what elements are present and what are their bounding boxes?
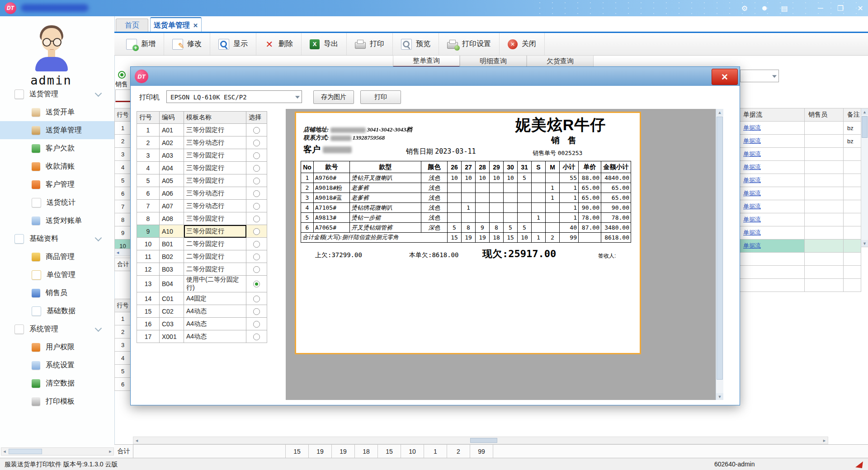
- template-select-radio[interactable]: [253, 178, 260, 184]
- template-name[interactable]: 三等分固定行: [184, 149, 246, 162]
- table-row[interactable]: 单据流: [740, 226, 861, 240]
- column-header-docflow[interactable]: 单据流: [740, 108, 805, 122]
- docflow-link[interactable]: 单据流: [743, 242, 761, 249]
- user-icon[interactable]: ☻: [760, 4, 769, 12]
- row-number-cell[interactable]: 1: [114, 122, 131, 135]
- docflow-link[interactable]: 单据流: [743, 164, 761, 170]
- template-name[interactable]: 三等分固定行: [184, 174, 246, 187]
- template-row[interactable]: 15 C02 A4动态: [137, 305, 267, 318]
- template-select-radio[interactable]: [253, 216, 260, 222]
- printer-select[interactable]: EPSON LQ-610K ESC/P2: [166, 90, 302, 103]
- sales-radio-button[interactable]: [118, 71, 126, 79]
- toolbar-button[interactable]: 删除: [256, 33, 302, 55]
- template-select-radio[interactable]: [253, 203, 260, 210]
- docflow-link[interactable]: 单据流: [743, 216, 761, 223]
- template-name[interactable]: A4固定: [184, 292, 246, 305]
- scroll-down-icon[interactable]: ▼: [861, 240, 868, 247]
- template-row[interactable]: 7 A07 三等分动态行: [137, 200, 267, 212]
- close-button[interactable]: ✕: [855, 4, 865, 13]
- template-select-radio[interactable]: [253, 321, 260, 328]
- row-number-cell[interactable]: 1: [114, 312, 131, 325]
- print-button[interactable]: 打印: [360, 90, 401, 104]
- template-row[interactable]: 6 A06 三等分动态行: [137, 187, 267, 200]
- scroll-right-icon[interactable]: ►: [822, 438, 826, 443]
- grid-horizontal-scrollbar[interactable]: ◄ ►: [133, 437, 828, 444]
- toolbar-button[interactable]: 导出: [302, 33, 347, 55]
- table-row[interactable]: [740, 279, 861, 292]
- subtab[interactable]: 明细查询: [460, 55, 527, 67]
- template-row[interactable]: 17 X001 A4动态: [137, 330, 267, 343]
- template-select-radio[interactable]: [253, 266, 260, 273]
- sidebar-item[interactable]: 送货管理: [0, 85, 114, 103]
- template-row[interactable]: 1 A01 三等分固定行: [137, 124, 267, 136]
- template-row[interactable]: 5 A05 三等分固定行: [137, 174, 267, 187]
- filter-dropdown[interactable]: [740, 70, 779, 82]
- scroll-up-icon[interactable]: ▲: [861, 108, 868, 115]
- template-row[interactable]: 10 B01 二等分固定行: [137, 238, 267, 250]
- template-name[interactable]: A4动态: [184, 305, 246, 318]
- scrollbar-thumb[interactable]: [470, 438, 497, 443]
- sidebar-item[interactable]: 送货单管理: [0, 121, 114, 139]
- docflow-link[interactable]: 单据流: [743, 203, 761, 210]
- sidebar-item[interactable]: 打印模板: [0, 392, 114, 410]
- template-select-radio[interactable]: [253, 165, 260, 172]
- template-name[interactable]: A4动态: [184, 330, 246, 343]
- template-row[interactable]: 11 B02 二等分固定行: [137, 250, 267, 263]
- template-select-radio[interactable]: [253, 308, 260, 315]
- docflow-link[interactable]: 单据流: [743, 150, 761, 157]
- template-select-radio[interactable]: [253, 334, 260, 340]
- settings-icon[interactable]: ⚙: [740, 4, 750, 13]
- row-number-cell[interactable]: 3: [114, 338, 131, 352]
- docflow-link[interactable]: 单据流: [743, 190, 761, 197]
- subtab[interactable]: 欠货查询: [527, 55, 594, 67]
- dialog-close-button[interactable]: ✕: [712, 69, 738, 85]
- template-select-radio[interactable]: [253, 228, 260, 235]
- sidebar-item[interactable]: 送货统计: [0, 193, 114, 212]
- row-number-cell[interactable]: 5: [114, 365, 131, 378]
- template-name[interactable]: 使用中(二等分固定行): [184, 276, 246, 292]
- table-row[interactable]: 单据流: [740, 200, 861, 213]
- table-row[interactable]: 单据流: [740, 240, 861, 253]
- row-number-cell[interactable]: 6: [114, 187, 131, 200]
- dialog-titlebar[interactable]: DT ✕: [131, 67, 740, 86]
- template-select-radio[interactable]: [253, 152, 260, 159]
- sidebar-item[interactable]: 清空数据: [0, 374, 114, 392]
- sidebar-item[interactable]: 系统管理: [0, 320, 114, 338]
- docflow-link[interactable]: 单据流: [743, 229, 761, 236]
- sidebar-item[interactable]: 基础资料: [0, 230, 114, 248]
- template-select-radio[interactable]: [253, 281, 260, 287]
- row-number-cell[interactable]: 3: [114, 148, 131, 161]
- row-number-cell[interactable]: 8: [114, 213, 131, 226]
- template-row[interactable]: 3 A03 三等分固定行: [137, 149, 267, 162]
- template-row[interactable]: 13 B04 使用中(二等分固定行): [137, 276, 267, 292]
- table-row[interactable]: 单据流 bz: [740, 135, 861, 148]
- scrollbar-thumb[interactable]: [862, 116, 868, 138]
- table-row[interactable]: 单据流: [740, 148, 861, 161]
- template-row[interactable]: 12 B03 二等分固定行: [137, 263, 267, 276]
- table-row[interactable]: [740, 266, 861, 279]
- subtab[interactable]: 整单查询: [393, 55, 460, 67]
- sidebar-item[interactable]: 销售员: [0, 284, 114, 302]
- table-row[interactable]: 单据流: [740, 213, 861, 226]
- scroll-right-icon[interactable]: ►: [107, 449, 113, 454]
- row-number-cell[interactable]: 4: [114, 352, 131, 365]
- template-select-radio[interactable]: [253, 140, 260, 146]
- sidebar-item[interactable]: 客户管理: [0, 175, 114, 193]
- sidebar-item[interactable]: 收款清账: [0, 157, 114, 175]
- template-select-radio[interactable]: [253, 127, 260, 134]
- template-name[interactable]: 三等分固定行: [184, 124, 246, 136]
- sidebar-item[interactable]: 送货开单: [0, 103, 114, 121]
- sidebar-item[interactable]: 客户欠款: [0, 139, 114, 157]
- sidebar-item[interactable]: 用户权限: [0, 338, 114, 356]
- row-number-cell[interactable]: 2: [114, 135, 131, 148]
- maximize-button[interactable]: ❐: [835, 4, 845, 13]
- template-name[interactable]: 三等分固定行: [184, 225, 246, 238]
- sidebar-item[interactable]: 商品管理: [0, 248, 114, 266]
- template-row[interactable]: 2 A02 三等分动态行: [137, 136, 267, 149]
- template-name[interactable]: 三等分动态行: [184, 136, 246, 149]
- toolbar-button[interactable]: 打印: [347, 33, 393, 55]
- docflow-link[interactable]: 单据流: [743, 177, 761, 183]
- feedback-icon[interactable]: ▤: [779, 4, 789, 13]
- docflow-link[interactable]: 单据流: [743, 137, 761, 144]
- background-grid-vertical-scrollbar[interactable]: ▲ ▼: [861, 108, 868, 247]
